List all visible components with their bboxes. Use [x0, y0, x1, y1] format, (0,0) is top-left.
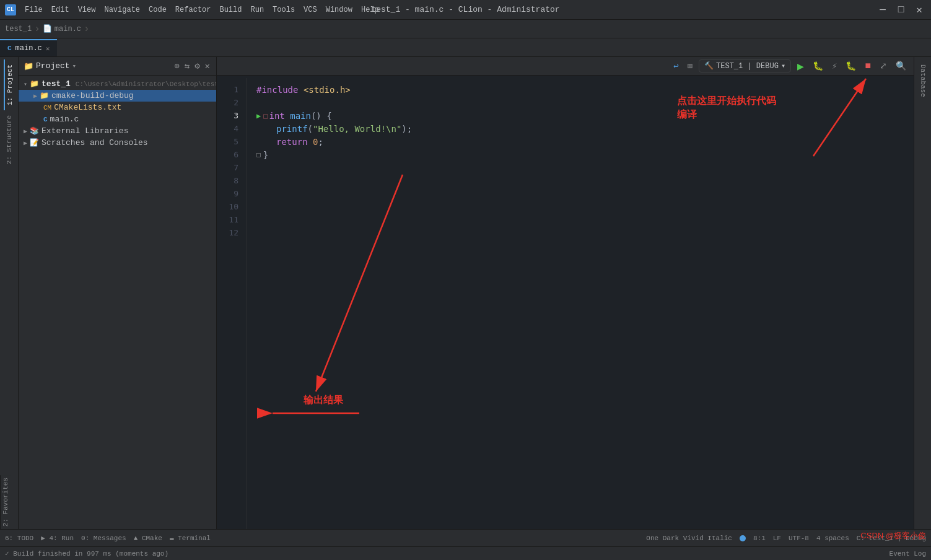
- line-6: 6: [217, 148, 246, 161]
- status-encoding: UTF-8: [789, 535, 809, 542]
- tree-external-libs[interactable]: ▶ 📚 External Libraries: [19, 125, 216, 137]
- line-11: 11: [217, 213, 246, 226]
- menu-edit[interactable]: Edit: [48, 4, 73, 15]
- cmake-build-folder-icon: 📁: [40, 91, 49, 100]
- maximize-button[interactable]: □: [894, 3, 908, 17]
- menu-code[interactable]: Code: [145, 4, 170, 15]
- config-dropdown[interactable]: 🔨 TEST_1 | DEBUG ▾: [699, 59, 791, 72]
- main-c-label: main.c: [50, 115, 79, 124]
- editor-area: ↩ ⊞ 🔨 TEST_1 | DEBUG ▾ ▶ 🐛 ⚡ 🐛 ■ ⤢ 🔍 1 2…: [217, 57, 914, 546]
- build-status-text: ✓ Build finished in 997 ms (moments ago): [5, 549, 168, 558]
- cmake-file-icon: CM: [43, 104, 51, 112]
- search-button[interactable]: 🔍: [893, 59, 909, 72]
- line-3: 3: [217, 109, 246, 122]
- layout-icon[interactable]: ⊞: [685, 59, 695, 72]
- actual-status-bar: ✓ Build finished in 997 ms (moments ago)…: [0, 546, 931, 560]
- coverage-button[interactable]: ⚡: [829, 59, 839, 72]
- messages-tab[interactable]: 0: Messages: [81, 535, 126, 542]
- project-settings-icon[interactable]: ⚙: [193, 59, 201, 72]
- status-lf: LF: [773, 535, 781, 542]
- menu-window[interactable]: Window: [322, 4, 356, 15]
- project-dropdown-icon[interactable]: ▾: [72, 62, 77, 70]
- right-vtab-database[interactable]: Database: [918, 59, 928, 102]
- code-line-11: [256, 213, 914, 226]
- vtab-structure[interactable]: 2: Structure: [4, 110, 14, 169]
- project-label: Project: [36, 61, 70, 71]
- run-tab-bottom[interactable]: ▶ 4: Run: [41, 534, 74, 542]
- back-icon[interactable]: ↩: [671, 59, 681, 72]
- line-8: 8: [217, 174, 246, 187]
- ext-libs-chevron: ▶: [24, 128, 27, 135]
- todo-tab[interactable]: 6: TODO: [5, 535, 33, 542]
- tree-root-path: C:\Users\Administrator\Desktop\test_1: [76, 81, 216, 88]
- config-chevron: ▾: [781, 61, 785, 71]
- menu-file[interactable]: File: [21, 4, 46, 15]
- code-line-9: [256, 187, 914, 200]
- code-line-1: #include <stdio.h>: [256, 83, 914, 96]
- cmake-build-label: cmake-build-debug: [51, 91, 134, 100]
- line-1: 1: [217, 83, 246, 96]
- tab-close-icon[interactable]: ✕: [46, 45, 50, 53]
- run-gutter-icon[interactable]: ▶: [256, 112, 261, 120]
- code-editor[interactable]: 1 2 3 4 5 6 7 8 9 10 11 12 #include <std…: [217, 76, 914, 546]
- project-header-title: 📁 Project ▾: [24, 61, 76, 71]
- watermark: CSDN @极客小俊: [860, 530, 926, 541]
- breadcrumb-file[interactable]: main.c: [55, 25, 81, 33]
- menu-refactor[interactable]: Refactor: [172, 4, 215, 15]
- favorites-vtab[interactable]: 2: Favorites: [0, 475, 11, 529]
- line-9: 9: [217, 187, 246, 200]
- right-sidebar: Database: [914, 57, 931, 546]
- cmake-tab[interactable]: ▲ CMake: [134, 535, 162, 542]
- line-10: 10: [217, 200, 246, 213]
- tree-root[interactable]: ▾ 📁 test_1 C:\Users\Administrator\Deskto…: [19, 78, 216, 90]
- project-close-icon[interactable]: ✕: [204, 59, 211, 72]
- breadcrumb-icon: 📄: [43, 24, 52, 33]
- code-line-10: [256, 200, 914, 213]
- config-label: TEST_1 | DEBUG: [716, 62, 779, 71]
- tab-main-c[interactable]: C main.c ✕: [0, 39, 57, 56]
- event-log-link[interactable]: Event Log: [889, 550, 926, 558]
- project-panel: 📁 Project ▾ ⊕ ⇆ ⚙ ✕ ▾ 📁 test_1 C:\Users\…: [19, 57, 217, 546]
- tab-file-icon: C: [7, 45, 12, 52]
- expand-button[interactable]: ⤢: [877, 59, 889, 72]
- tree-root-folder-icon: 📁: [30, 79, 39, 89]
- stop-button[interactable]: ■: [862, 59, 873, 73]
- line-numbers: 1 2 3 4 5 6 7 8 9 10 11 12: [217, 78, 247, 546]
- line-12: 12: [217, 226, 246, 239]
- menu-navigate[interactable]: Navigate: [100, 4, 144, 15]
- breadcrumb-project[interactable]: test_1: [5, 25, 32, 33]
- scratches-label: Scratches and Consoles: [42, 138, 148, 147]
- menu-vcs[interactable]: VCS: [300, 4, 321, 15]
- code-line-7: [256, 161, 914, 174]
- scratches-chevron: ▶: [24, 139, 27, 147]
- menu-run[interactable]: Run: [247, 4, 268, 15]
- breadcrumb-bar: test_1 › 📄 main.c ›: [0, 20, 931, 38]
- code-line-8: [256, 174, 914, 187]
- debug-button[interactable]: 🐛: [810, 59, 826, 72]
- add-content-icon[interactable]: ⊕: [173, 59, 180, 72]
- left-vtab-strip: 1: Project 2: Structure: [0, 57, 19, 546]
- close-button[interactable]: ✕: [912, 2, 926, 17]
- tree-root-name: test_1: [42, 79, 71, 89]
- cmake-file-label: CMakeLists.txt: [54, 103, 121, 112]
- tree-cmakelists[interactable]: CM CMakeLists.txt: [19, 102, 216, 113]
- minimize-button[interactable]: —: [876, 3, 889, 17]
- vtab-project[interactable]: 1: Project: [4, 59, 15, 110]
- tree-scratches[interactable]: ▶ 📝 Scratches and Consoles: [19, 137, 216, 149]
- line-4: 4: [217, 122, 246, 135]
- menu-tools[interactable]: Tools: [269, 4, 299, 15]
- menu-build[interactable]: Build: [216, 4, 245, 15]
- status-position: 8:1: [753, 535, 766, 542]
- terminal-tab[interactable]: ▬ Terminal: [170, 535, 211, 542]
- tree-cmake-build-debug[interactable]: ▶ 📁 cmake-build-debug: [19, 90, 216, 102]
- collapse-all-icon[interactable]: ⇆: [183, 59, 191, 72]
- code-content[interactable]: #include <stdio.h> ▶ □ int main() { prin…: [247, 78, 914, 546]
- profile-button[interactable]: 🐛: [843, 59, 859, 72]
- code-line-5: return 0;: [256, 135, 914, 148]
- menu-view[interactable]: View: [74, 4, 100, 15]
- tree-main-c[interactable]: C main.c: [19, 113, 216, 125]
- bottom-tab-bar: 6: TODO ▶ 4: Run 0: Messages ▲ CMake ▬ T…: [0, 529, 931, 546]
- run-button[interactable]: ▶: [795, 58, 806, 74]
- line-2: 2: [217, 96, 246, 109]
- app-icon: CL: [5, 4, 16, 15]
